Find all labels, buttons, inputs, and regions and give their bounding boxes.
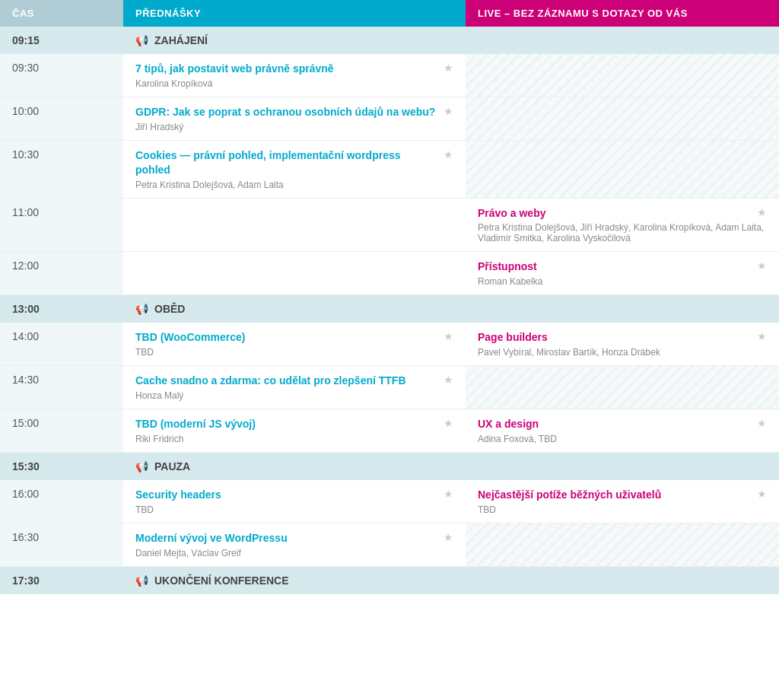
talk-cell: [123, 198, 466, 252]
time-cell: 15:30: [0, 453, 123, 481]
live-star-icon[interactable]: ★: [757, 259, 767, 272]
live-cell: ★PřístupnostRoman Kabelka: [466, 252, 779, 295]
megaphone-icon: 📢: [135, 34, 148, 46]
announcement-label: ZAHÁJENÍ: [154, 34, 208, 46]
time-cell: 11:00: [0, 198, 123, 252]
announcement-text: 📢OBĚD: [123, 295, 779, 323]
talk-inner: ★TBD (moderní JS vývoj)Riki Fridrich: [135, 417, 453, 444]
live-title: Nejčastější potíže běžných uživatelů: [478, 488, 767, 502]
star-icon[interactable]: ★: [444, 62, 453, 74]
star-icon[interactable]: ★: [444, 330, 453, 342]
schedule-row: 16:30★Moderní vývoj ve WordPressuDaniel …: [0, 523, 779, 566]
live-title: UX a design: [478, 417, 767, 431]
announcement-label: UKONČENÍ KONFERENCE: [154, 574, 289, 587]
live-cell: [466, 140, 779, 198]
megaphone-icon: 📢: [135, 303, 148, 315]
talk-speaker: TBD: [135, 504, 453, 515]
header-live: LIVE – BEZ ZÁZNAMU S DOTAZY OD VÁS: [466, 0, 779, 27]
schedule-row: 09:30★7 tipů, jak postavit web právně sp…: [0, 54, 779, 97]
announcement-label: PAUZA: [154, 460, 190, 473]
time-cell: 10:00: [0, 97, 123, 140]
talk-inner: ★Cookies — právní pohled, implementační …: [135, 148, 453, 190]
time-cell: 12:00: [0, 252, 123, 295]
time-cell: 13:00: [0, 295, 123, 323]
live-inner: ★Právo a webyPetra Kristina Dolejšová, J…: [478, 206, 767, 244]
live-speaker: Adina Foxová, TBD: [478, 434, 767, 444]
time-cell: 17:30: [0, 566, 123, 594]
schedule-row: 10:30★Cookies — právní pohled, implement…: [0, 140, 779, 198]
talk-speaker: Petra Kristina Dolejšová, Adam Laita: [135, 180, 453, 190]
live-inner: ★PřístupnostRoman Kabelka: [478, 259, 767, 287]
live-star-icon[interactable]: ★: [757, 330, 767, 342]
schedule-row: 14:00★TBD (WooCommerce)TBD★Page builders…: [0, 323, 779, 365]
megaphone-icon: 📢: [135, 574, 148, 587]
live-cell: ★Page buildersPavel Vybíral, Miroslav Ba…: [466, 323, 779, 365]
talk-cell: [123, 252, 466, 295]
live-title: Page builders: [478, 330, 767, 345]
announcement-text: 📢UKONČENÍ KONFERENCE: [123, 566, 779, 594]
time-cell: 16:00: [0, 480, 123, 523]
talk-cell: ★TBD (WooCommerce)TBD: [123, 323, 466, 365]
live-title: Přístupnost: [478, 259, 767, 274]
star-icon[interactable]: ★: [444, 531, 453, 543]
schedule-row: 10:00★GDPR: Jak se poprat s ochranou oso…: [0, 97, 779, 140]
talk-title: 7 tipů, jak postavit web právně správně: [135, 62, 453, 76]
schedule-table: ČAS PŘEDNÁŠKY LIVE – BEZ ZÁZNAMU S DOTAZ…: [0, 0, 779, 594]
live-inner: ★UX a designAdina Foxová, TBD: [478, 417, 767, 444]
talk-cell: ★TBD (moderní JS vývoj)Riki Fridrich: [123, 409, 466, 453]
announcement-row: 15:30📢PAUZA: [0, 453, 779, 481]
live-cell: [466, 366, 779, 409]
talk-inner: ★7 tipů, jak postavit web právně správně…: [135, 62, 453, 89]
announcement-row: 09:15📢ZAHÁJENÍ: [0, 27, 779, 54]
schedule-row: 12:00★PřístupnostRoman Kabelka: [0, 252, 779, 295]
announcement-text: 📢ZAHÁJENÍ: [123, 27, 779, 54]
live-title: Právo a weby: [478, 206, 767, 221]
live-speaker: Petra Kristina Dolejšová, Jiří Hradský, …: [478, 222, 767, 243]
time-cell: 14:00: [0, 323, 123, 365]
announcement-text: 📢PAUZA: [123, 453, 779, 481]
live-cell: [466, 97, 779, 140]
announcement-label: OBĚD: [154, 303, 185, 315]
talk-title: TBD (moderní JS vývoj): [135, 417, 453, 431]
megaphone-icon: 📢: [135, 460, 148, 473]
star-icon[interactable]: ★: [444, 417, 453, 429]
talk-inner: ★Moderní vývoj ve WordPressuDaniel Mejta…: [135, 531, 453, 558]
time-cell: 16:30: [0, 523, 123, 566]
live-speaker: Roman Kabelka: [478, 276, 767, 287]
live-cell: ★UX a designAdina Foxová, TBD: [466, 409, 779, 453]
talk-cell: ★GDPR: Jak se poprat s ochranou osobních…: [123, 97, 466, 140]
talk-cell: ★Cache snadno a zdarma: co udělat pro zl…: [123, 366, 466, 409]
talk-title: Security headers: [135, 488, 453, 502]
live-star-icon[interactable]: ★: [757, 488, 767, 500]
schedule-row: 15:00★TBD (moderní JS vývoj)Riki Fridric…: [0, 409, 779, 453]
talk-speaker: Riki Fridrich: [135, 434, 453, 444]
star-icon[interactable]: ★: [444, 105, 453, 117]
star-icon[interactable]: ★: [444, 488, 453, 500]
time-cell: 09:15: [0, 27, 123, 54]
talk-cell: ★Cookies — právní pohled, implementační …: [123, 140, 466, 198]
talk-speaker: Honza Malý: [135, 390, 453, 401]
talk-cell: ★Security headersTBD: [123, 480, 466, 523]
schedule-row: 11:00★Právo a webyPetra Kristina Dolejšo…: [0, 198, 779, 252]
schedule-row: 16:00★Security headersTBD★Nejčastější po…: [0, 480, 779, 523]
talk-title: GDPR: Jak se poprat s ochranou osobních …: [135, 105, 453, 119]
live-speaker: Pavel Vybíral, Miroslav Bartík, Honza Dr…: [478, 347, 767, 358]
schedule-row: 14:30★Cache snadno a zdarma: co udělat p…: [0, 366, 779, 409]
live-star-icon[interactable]: ★: [757, 417, 767, 429]
talk-cell: ★Moderní vývoj ve WordPressuDaniel Mejta…: [123, 523, 466, 566]
talk-title: Cache snadno a zdarma: co udělat pro zle…: [135, 374, 453, 388]
star-icon[interactable]: ★: [444, 374, 453, 386]
talk-inner: ★Cache snadno a zdarma: co udělat pro zl…: [135, 374, 453, 401]
header-row: ČAS PŘEDNÁŠKY LIVE – BEZ ZÁZNAMU S DOTAZ…: [0, 0, 779, 27]
header-time: ČAS: [0, 0, 123, 27]
live-cell: [466, 54, 779, 97]
talk-title: Moderní vývoj ve WordPressu: [135, 531, 453, 546]
talk-inner: ★Security headersTBD: [135, 488, 453, 515]
live-star-icon[interactable]: ★: [757, 206, 767, 218]
time-cell: 10:30: [0, 140, 123, 198]
header-talks: PŘEDNÁŠKY: [123, 0, 466, 27]
live-speaker: TBD: [478, 504, 767, 515]
star-icon[interactable]: ★: [444, 148, 453, 161]
talk-speaker: Daniel Mejta, Václav Greif: [135, 548, 453, 558]
announcement-row: 17:30📢UKONČENÍ KONFERENCE: [0, 566, 779, 594]
